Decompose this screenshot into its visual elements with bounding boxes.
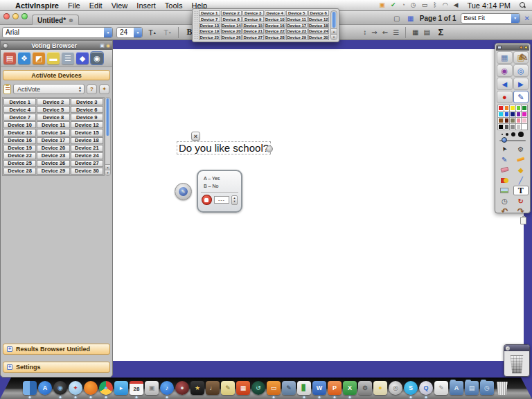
- device-button[interactable]: Device 8: [37, 114, 69, 121]
- color-swatch[interactable]: [516, 112, 522, 117]
- device-button[interactable]: Device 4: [3, 106, 36, 113]
- toolbox-roll-button[interactable]: [520, 46, 523, 49]
- device-button[interactable]: Device 11: [37, 121, 69, 128]
- dock-imovie[interactable]: ★: [190, 381, 204, 395]
- bluetooth-menu-icon[interactable]: ᛒ: [433, 2, 436, 8]
- device-button[interactable]: Device 17: [37, 137, 69, 144]
- width-dot[interactable]: [506, 133, 508, 136]
- device-button[interactable]: Device 21: [71, 145, 103, 152]
- scroll-up-icon[interactable]: ▲: [331, 28, 337, 34]
- menu-tools[interactable]: Tools: [165, 1, 183, 10]
- device-button[interactable]: Device 16: [3, 137, 36, 144]
- shapes-tool-icon[interactable]: [497, 175, 513, 185]
- dock-office[interactable]: ▦: [236, 381, 250, 395]
- dock-folder-documents[interactable]: ▤: [465, 381, 479, 395]
- page-thumbnail-icon[interactable]: ▢: [392, 14, 402, 23]
- device-button[interactable]: Device 9: [71, 114, 103, 121]
- panel-scrollbar[interactable]: ▲ ▼: [105, 97, 111, 176]
- menu-insert[interactable]: Insert: [136, 1, 156, 10]
- color-swatch[interactable]: [498, 112, 504, 117]
- panel-close-button[interactable]: [3, 43, 8, 48]
- device-button[interactable]: Device 23: [286, 28, 308, 34]
- trash-titlebar[interactable]: ×: [504, 345, 529, 351]
- panel-titlebar[interactable]: Voting Browser ▣ ◉: [1, 41, 112, 50]
- device-button[interactable]: Device 3: [71, 98, 103, 105]
- device-button[interactable]: Device 25: [199, 35, 220, 40]
- device-button[interactable]: Device 12: [308, 17, 330, 22]
- activote-start-icon[interactable]: ◉: [497, 64, 513, 77]
- select-tool-icon[interactable]: ➤: [497, 144, 513, 154]
- menu-clock[interactable]: Tue 4:14 PM: [467, 1, 511, 10]
- insert-media-icon[interactable]: [497, 186, 513, 195]
- line-spacing-icon[interactable]: ↕: [363, 28, 366, 36]
- actions-browser-icon[interactable]: ◆: [76, 52, 89, 64]
- app-menu-activinspire[interactable]: ActivInspire: [15, 1, 59, 10]
- scrollbar-thumb[interactable]: [106, 98, 109, 136]
- color-swatch[interactable]: [516, 105, 522, 111]
- flipchart-page[interactable]: × Do you like school? ✎ A – Yes B – No -…: [113, 49, 524, 361]
- object-browser-icon[interactable]: ◩: [33, 52, 45, 64]
- best-fit-icon[interactable]: ✕: [524, 15, 530, 22]
- device-button[interactable]: Device 5: [286, 10, 308, 16]
- indent-less-icon[interactable]: ⇐: [382, 28, 388, 36]
- width-dot[interactable]: [518, 132, 524, 137]
- font-family-select[interactable]: Arial ▼: [2, 27, 113, 38]
- spotlight-icon[interactable]: [520, 2, 526, 8]
- dock-word[interactable]: W: [312, 381, 326, 395]
- device-button[interactable]: Device 28: [3, 168, 36, 175]
- device-button[interactable]: Device 15: [242, 23, 264, 28]
- document-tab[interactable]: Untitled* ⊗: [32, 15, 79, 25]
- register-devices-button[interactable]: ?: [87, 85, 97, 94]
- undo-button[interactable]: ↶: [497, 206, 513, 216]
- menu-file[interactable]: File: [68, 1, 80, 10]
- device-button[interactable]: Device 13: [3, 129, 36, 136]
- volume-menu-icon[interactable]: ◀: [454, 2, 459, 8]
- notes-browser-icon[interactable]: ▬: [47, 52, 60, 64]
- font-size-select[interactable]: 24 ▼: [116, 27, 143, 38]
- activote-devices-header[interactable]: ActiVote Devices: [3, 70, 110, 80]
- reset-page-icon[interactable]: ↻: [513, 196, 529, 206]
- device-button[interactable]: Device 30: [308, 35, 330, 40]
- popup-scrollbar[interactable]: ▲ ▼: [330, 10, 337, 40]
- voting-browser-icon[interactable]: ◉: [91, 52, 103, 64]
- color-swatch[interactable]: [504, 124, 510, 130]
- increase-text-size-button[interactable]: T▴: [146, 26, 158, 39]
- device-button[interactable]: Device 27: [242, 35, 264, 40]
- dock-itunes[interactable]: ♪: [160, 381, 174, 395]
- pen-width-slider[interactable]: [499, 137, 526, 143]
- dock-skype[interactable]: S: [404, 381, 418, 395]
- device-button[interactable]: Device 14: [37, 129, 69, 136]
- device-button[interactable]: Device 14: [221, 23, 242, 28]
- displays-menu-icon[interactable]: ▭: [422, 2, 428, 8]
- dock-lightbulb[interactable]: ●: [373, 381, 387, 395]
- dock-firefox[interactable]: [84, 381, 98, 395]
- time-machine-menu-icon[interactable]: ◷: [411, 2, 416, 8]
- device-button[interactable]: Device 30: [71, 168, 103, 175]
- dock-textedit[interactable]: ✎: [434, 381, 448, 395]
- device-button[interactable]: Device 20: [221, 28, 242, 34]
- device-button[interactable]: Device 27: [71, 160, 103, 167]
- board-mode-icon[interactable]: ▦: [497, 51, 513, 64]
- dock-powerpoint[interactable]: P: [328, 381, 342, 395]
- popup-drag-handle[interactable]: [194, 10, 197, 40]
- dock-idvd[interactable]: ◎: [389, 381, 402, 395]
- width-dot[interactable]: [502, 134, 503, 135]
- color-swatch[interactable]: [498, 118, 504, 123]
- dismiss-button[interactable]: ×: [191, 132, 200, 141]
- device-button[interactable]: Device 21: [242, 28, 264, 34]
- timer-stepper[interactable]: ▲▼: [231, 195, 238, 205]
- device-button[interactable]: Device 7: [199, 17, 220, 22]
- pen-tool-icon[interactable]: ✎: [497, 154, 513, 164]
- dashboard-icon[interactable]: ▦: [406, 14, 416, 23]
- color-swatch[interactable]: [516, 124, 522, 130]
- indent-more-icon[interactable]: ⇒: [371, 28, 377, 36]
- device-button[interactable]: Device 20: [37, 145, 69, 152]
- device-button[interactable]: Device 9: [242, 17, 264, 22]
- results-browser-section[interactable]: + Results Browser Untitled: [3, 344, 110, 355]
- scroll-up-icon[interactable]: ▲: [105, 164, 110, 170]
- device-button[interactable]: Device 24: [308, 28, 330, 34]
- chat-status-icon[interactable]: ✔: [391, 2, 396, 8]
- device-button[interactable]: Device 18: [71, 137, 103, 144]
- dock-trash[interactable]: [495, 381, 509, 395]
- device-button[interactable]: Device 29: [286, 35, 308, 40]
